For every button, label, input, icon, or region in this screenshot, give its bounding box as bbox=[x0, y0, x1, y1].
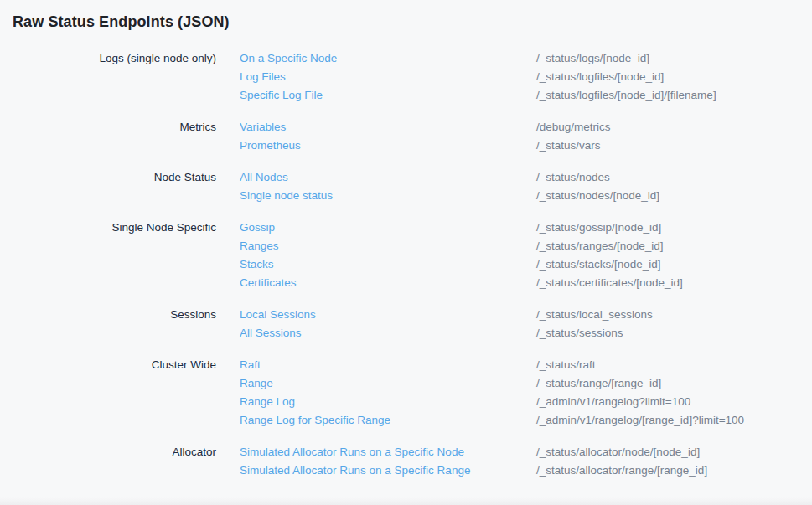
endpoint-group: Logs (single node only)On a Specific Nod… bbox=[0, 49, 812, 105]
endpoint-path-list: /_status/allocator/node/[node_id]/_statu… bbox=[536, 443, 812, 480]
endpoint-link[interactable]: Stacks bbox=[240, 255, 536, 274]
endpoint-path: /_status/sessions bbox=[536, 324, 812, 343]
endpoint-link-list: RaftRangeRange LogRange Log for Specific… bbox=[216, 356, 536, 430]
endpoint-path: /_status/raft bbox=[536, 356, 812, 374]
endpoint-path: /_status/allocator/range/[range_id] bbox=[536, 461, 812, 480]
endpoint-path: /_status/stacks/[node_id] bbox=[536, 255, 812, 274]
endpoint-path: /_status/gossip/[node_id] bbox=[536, 219, 812, 237]
endpoint-link[interactable]: Range Log bbox=[240, 393, 536, 411]
endpoint-link[interactable]: All Sessions bbox=[240, 324, 536, 343]
endpoint-path: /_admin/v1/rangelog?limit=100 bbox=[536, 393, 812, 411]
endpoint-link[interactable]: Log Files bbox=[240, 68, 536, 86]
endpoint-path-list: /_status/local_sessions/_status/sessions bbox=[536, 306, 812, 343]
endpoint-group: AllocatorSimulated Allocator Runs on a S… bbox=[0, 443, 812, 480]
endpoint-category-label: Node Status bbox=[0, 168, 216, 205]
endpoint-path: /_status/logfiles/[node_id]/[filename] bbox=[536, 86, 812, 105]
endpoint-path: /_status/local_sessions bbox=[536, 306, 812, 324]
endpoint-link-list: VariablesPrometheus bbox=[216, 118, 536, 155]
endpoint-category-label: Cluster Wide bbox=[0, 356, 216, 430]
endpoint-link[interactable]: On a Specific Node bbox=[240, 49, 536, 68]
endpoint-path: /_status/nodes bbox=[536, 168, 812, 187]
endpoint-group: Node StatusAll NodesSingle node status/_… bbox=[0, 168, 812, 205]
endpoint-link[interactable]: Single node status bbox=[240, 187, 536, 205]
endpoint-group: Cluster WideRaftRangeRange LogRange Log … bbox=[0, 356, 812, 430]
endpoint-link[interactable]: All Nodes bbox=[240, 168, 536, 187]
endpoint-path: /_status/vars bbox=[536, 137, 812, 155]
endpoint-path-list: /debug/metrics/_status/vars bbox=[536, 118, 812, 155]
endpoint-link-list: GossipRangesStacksCertificates bbox=[216, 219, 536, 292]
endpoint-link[interactable]: Specific Log File bbox=[240, 86, 536, 105]
endpoint-path-list: /_status/logs/[node_id]/_status/logfiles… bbox=[536, 49, 812, 105]
endpoint-group: SessionsLocal SessionsAll Sessions/_stat… bbox=[0, 306, 812, 343]
endpoint-path: /debug/metrics bbox=[536, 118, 812, 137]
endpoint-link[interactable]: Range Log for Specific Range bbox=[240, 411, 536, 430]
endpoint-group: Single Node SpecificGossipRangesStacksCe… bbox=[0, 219, 812, 292]
endpoint-path-list: /_status/nodes/_status/nodes/[node_id] bbox=[536, 168, 812, 205]
endpoint-link-list: On a Specific NodeLog FilesSpecific Log … bbox=[216, 49, 536, 105]
endpoint-link[interactable]: Certificates bbox=[240, 274, 536, 292]
endpoint-path: /_status/allocator/node/[node_id] bbox=[536, 443, 812, 461]
endpoint-groups: Logs (single node only)On a Specific Nod… bbox=[0, 49, 812, 480]
endpoint-path-list: /_status/gossip/[node_id]/_status/ranges… bbox=[536, 219, 812, 292]
endpoint-category-label: Single Node Specific bbox=[0, 219, 216, 292]
endpoint-path: /_status/nodes/[node_id] bbox=[536, 187, 812, 205]
endpoint-link-list: All NodesSingle node status bbox=[216, 168, 536, 205]
bottom-edge-divider bbox=[0, 497, 812, 505]
endpoint-path: /_status/range/[range_id] bbox=[536, 374, 812, 393]
endpoint-link[interactable]: Range bbox=[240, 374, 536, 393]
endpoint-path: /_status/logs/[node_id] bbox=[536, 49, 812, 68]
endpoint-category-label: Allocator bbox=[0, 443, 216, 480]
endpoint-link-list: Local SessionsAll Sessions bbox=[216, 306, 536, 343]
endpoint-link-list: Simulated Allocator Runs on a Specific N… bbox=[216, 443, 536, 480]
endpoint-link[interactable]: Local Sessions bbox=[240, 306, 536, 324]
endpoint-link[interactable]: Variables bbox=[240, 118, 536, 137]
endpoint-path-list: /_status/raft/_status/range/[range_id]/_… bbox=[536, 356, 812, 430]
endpoint-category-label: Metrics bbox=[0, 118, 216, 155]
endpoint-category-label: Logs (single node only) bbox=[0, 49, 216, 105]
endpoint-category-label: Sessions bbox=[0, 306, 216, 343]
endpoint-link[interactable]: Raft bbox=[240, 356, 536, 374]
raw-status-endpoints-page: Raw Status Endpoints (JSON) Logs (single… bbox=[0, 0, 812, 505]
endpoint-path: /_status/certificates/[node_id] bbox=[536, 274, 812, 292]
endpoint-path: /_admin/v1/rangelog/[range_id]?limit=100 bbox=[536, 411, 812, 430]
endpoint-link[interactable]: Gossip bbox=[240, 219, 536, 237]
page-title: Raw Status Endpoints (JSON) bbox=[0, 0, 812, 33]
endpoint-link[interactable]: Ranges bbox=[240, 237, 536, 255]
endpoint-link[interactable]: Simulated Allocator Runs on a Specific N… bbox=[240, 443, 536, 461]
endpoint-path: /_status/ranges/[node_id] bbox=[536, 237, 812, 255]
endpoint-group: MetricsVariablesPrometheus/debug/metrics… bbox=[0, 118, 812, 155]
endpoint-link[interactable]: Prometheus bbox=[240, 137, 536, 155]
endpoint-link[interactable]: Simulated Allocator Runs on a Specific R… bbox=[240, 461, 536, 480]
endpoint-path: /_status/logfiles/[node_id] bbox=[536, 68, 812, 86]
